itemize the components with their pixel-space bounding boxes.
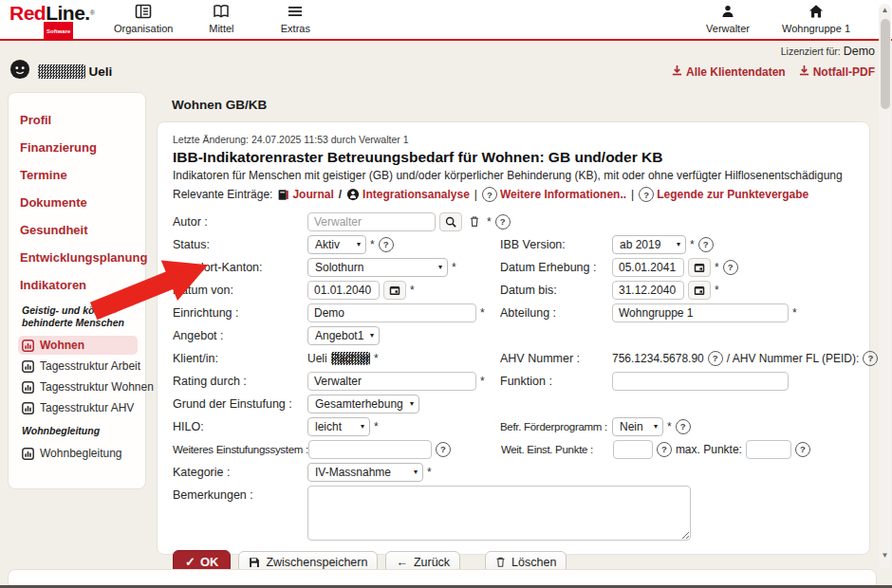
help-icon[interactable]: ? bbox=[723, 260, 738, 275]
rating-durch-input[interactable] bbox=[307, 372, 476, 391]
funktion-input[interactable] bbox=[612, 372, 789, 391]
status-select[interactable]: Aktiv▾ bbox=[307, 235, 366, 254]
scroll-down-arrow[interactable]: ▼ bbox=[879, 551, 891, 560]
datum-erhebung-input[interactable] bbox=[612, 258, 684, 277]
einrichtung-input[interactable] bbox=[307, 303, 476, 322]
search-button[interactable] bbox=[439, 212, 462, 231]
user-menu-verwalter[interactable]: Verwalter bbox=[702, 4, 753, 34]
journal-link[interactable]: Journal bbox=[277, 188, 333, 201]
standort-kanton-select[interactable]: Solothurn▾ bbox=[307, 258, 448, 277]
required-marker: * bbox=[410, 284, 415, 297]
sidebar-item-tagesstruktur-arbeit[interactable]: Tagesstruktur Arbeit bbox=[18, 357, 138, 376]
row-einrichtung-abteilung: Einrichtung : * Abteilung : * bbox=[173, 302, 854, 323]
sidebar-item-label: Wohnen bbox=[40, 339, 84, 352]
einrichtung-label: Einrichtung : bbox=[173, 306, 307, 320]
help-icon[interactable]: ? bbox=[436, 442, 451, 457]
sidebar-item-indikatoren[interactable]: Indikatoren bbox=[20, 277, 138, 293]
sidebar-item-wohnen[interactable]: Wohnen bbox=[18, 336, 138, 355]
funktion-label: Funktion : bbox=[500, 375, 612, 388]
chevron-down-icon: ▾ bbox=[677, 240, 680, 248]
calendar-button[interactable] bbox=[688, 281, 711, 300]
weit-einst-punkte-input[interactable] bbox=[613, 440, 653, 459]
scrollbar[interactable]: ▲ ▼ bbox=[879, 4, 891, 569]
menu-item-mittel[interactable]: Mittel bbox=[195, 4, 247, 34]
grund-einstufung-select[interactable]: Gesamterhebung▾ bbox=[307, 395, 419, 413]
logo-text-black: Line. bbox=[46, 2, 90, 24]
befr-foerderprogramm-select[interactable]: Nein▾ bbox=[612, 417, 663, 436]
form-fields: Autor : * ? Status: Aktiv▾ * ? IBB Versi… bbox=[173, 211, 854, 541]
help-icon[interactable]: ? bbox=[708, 351, 723, 366]
integrationsanalyse-link[interactable]: Integrationsanalyse bbox=[346, 188, 470, 201]
sidebar-section-wohnbegleitung: Wohnbegleitung bbox=[22, 425, 138, 437]
sidebar-item-termine[interactable]: Termine bbox=[20, 167, 138, 183]
menu-item-organisation[interactable]: Organisation bbox=[114, 4, 173, 34]
standort-kanton-label: Standort-Kanton: bbox=[173, 261, 307, 274]
sidebar-item-label: Tagesstruktur Arbeit bbox=[40, 359, 140, 373]
clear-author-button[interactable] bbox=[466, 215, 483, 228]
person-icon bbox=[720, 4, 735, 21]
download-icon bbox=[799, 64, 809, 79]
grund-einstufung-label: Grund der Einstufung : bbox=[173, 397, 307, 411]
legende-punktevergabe-link[interactable]: ? Legende zur Punktevergabe bbox=[639, 187, 808, 202]
sidebar-item-tagesstruktur-ahv[interactable]: Tagesstruktur AHV bbox=[18, 398, 138, 417]
notfall-pdf-link[interactable]: Notfall-PDF bbox=[799, 64, 875, 79]
client-identity[interactable]: Pachter Ueli bbox=[9, 59, 112, 83]
help-icon[interactable]: ? bbox=[795, 442, 810, 457]
kategorie-select[interactable]: IV-Massnahme▾ bbox=[307, 463, 423, 482]
angebot-select[interactable]: Angebot1▾ bbox=[307, 326, 380, 345]
hilo-select[interactable]: leicht▾ bbox=[307, 417, 370, 436]
datum-von-input[interactable] bbox=[307, 281, 380, 300]
abteilung-input[interactable] bbox=[612, 303, 789, 322]
form-subtitle: Indikatoren für Menschen mit geistiger (… bbox=[173, 169, 854, 182]
weiteres-einstufungssystem-label: Weiteres Einstufungssystem : bbox=[173, 444, 308, 455]
help-icon[interactable]: ? bbox=[495, 214, 511, 230]
ahv-fl-label: / AHV Nummer FL (PEID): bbox=[727, 352, 860, 365]
datum-bis-input[interactable] bbox=[612, 281, 684, 300]
help-icon[interactable]: ? bbox=[863, 351, 878, 366]
row-klient-ahv: Klient/in: Ueli Pachter * AHV Nummer : 7… bbox=[173, 347, 854, 369]
top-navigation-bar: RedLine.® Software Organisation Mittel E… bbox=[0, 0, 892, 39]
scrollbar-thumb[interactable] bbox=[881, 19, 890, 109]
weiteres-einstufungssystem-input[interactable] bbox=[308, 440, 432, 459]
bar-chart-icon bbox=[22, 381, 34, 394]
max-punkte-input[interactable] bbox=[746, 440, 791, 459]
chevron-down-icon: ▾ bbox=[414, 468, 418, 476]
required-marker: * bbox=[370, 238, 375, 251]
sidebar-item-entwicklungsplanung[interactable]: Entwicklungsplanung bbox=[20, 249, 138, 266]
required-marker: * bbox=[792, 306, 797, 320]
help-icon: ? bbox=[639, 187, 654, 202]
check-icon: ✓ bbox=[185, 555, 195, 569]
menu-item-extras[interactable]: Extras bbox=[269, 4, 321, 34]
last-change-text: Letzte Änderung: 24.07.2025 11:53 durch … bbox=[173, 134, 854, 145]
sidebar-item-profil[interactable]: Profil bbox=[20, 112, 138, 128]
required-marker: * bbox=[690, 238, 695, 251]
back-arrow-icon: ← bbox=[396, 556, 408, 569]
form-panel: Letzte Änderung: 24.07.2025 11:53 durch … bbox=[157, 121, 870, 555]
workspace-menu-wohngruppe[interactable]: Wohngruppe 1 bbox=[782, 4, 850, 34]
all-client-data-link[interactable]: Alle Klientendaten bbox=[672, 64, 786, 79]
klient-label: Klient/in: bbox=[173, 352, 307, 365]
ibb-version-select[interactable]: ab 2019▾ bbox=[612, 235, 686, 254]
calendar-button[interactable] bbox=[688, 258, 711, 277]
sidebar-item-tagesstruktur-wohnen[interactable]: Tagesstruktur Wohnen bbox=[18, 377, 138, 396]
weit-einst-punkte-label: Weit. Einst. Punkte : bbox=[501, 444, 613, 455]
sidebar-item-gesundheit[interactable]: Gesundheit bbox=[20, 222, 138, 238]
help-icon[interactable]: ? bbox=[698, 237, 714, 252]
datum-von-label: Datum von: bbox=[173, 284, 307, 297]
logo-text-red: Red bbox=[9, 2, 46, 24]
sidebar-item-dokumente[interactable]: Dokumente bbox=[20, 194, 138, 211]
help-icon[interactable]: ? bbox=[676, 419, 691, 434]
sidebar-item-wohnbegleitung[interactable]: Wohnbegleitung bbox=[18, 444, 138, 463]
weitere-informationen-link[interactable]: ? Weitere Informationen.. bbox=[482, 187, 626, 202]
chevron-down-icon: ▾ bbox=[361, 422, 364, 431]
help-icon[interactable]: ? bbox=[379, 237, 394, 252]
calendar-button[interactable] bbox=[383, 281, 406, 300]
sidebar-item-finanzierung[interactable]: Finanzierung bbox=[20, 139, 138, 156]
row-autor: Autor : * ? bbox=[173, 211, 854, 232]
scroll-up-arrow[interactable]: ▲ bbox=[879, 6, 891, 14]
bemerkungen-textarea[interactable] bbox=[307, 486, 691, 541]
bemerkungen-label: Bemerkungen : bbox=[173, 484, 307, 502]
required-marker: * bbox=[487, 215, 492, 229]
autor-input[interactable] bbox=[307, 212, 436, 231]
help-icon[interactable]: ? bbox=[657, 442, 672, 457]
